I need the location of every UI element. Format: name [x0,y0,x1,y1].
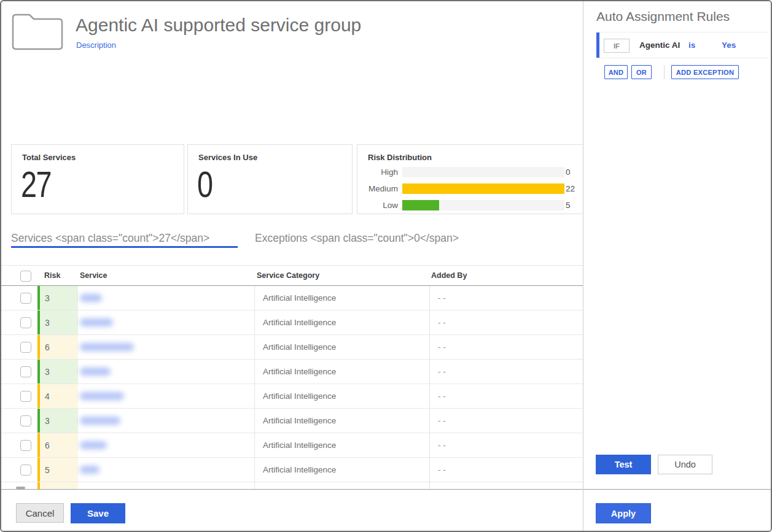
risk-score-cell: 4 [37,384,78,408]
risk-accent-bar [37,360,40,384]
page: Agentic AI supported service group Descr… [0,0,772,532]
rule-buttons-row: AND OR ADD EXCEPTION [604,65,771,79]
row-checkbox[interactable] [20,465,31,476]
risk-distribution-card: Risk Distribution High 0 Medium 22 Low 5 [357,144,583,214]
risk-accent-bar [37,433,40,457]
row-checkbox[interactable] [20,317,31,328]
added-by-cell: - - [429,286,583,310]
service-name-link-redacted[interactable] [80,343,134,351]
risk-accent-bar [37,335,40,359]
services-in-use-card: Services In Use 0 [187,144,353,214]
service-category-cell: Artificial Intelligence [254,433,429,457]
risk-score-value: 6 [45,441,50,450]
table-row: 5 Artificial Intelligence - - [1,458,583,482]
rule-buttons-divider [664,65,665,79]
main-area: Agentic AI supported service group Descr… [1,1,583,531]
services-in-use-value: 0 [197,163,212,206]
total-services-value: 27 [21,163,51,206]
save-button[interactable]: Save [71,503,125,523]
row-checkbox[interactable] [20,293,31,304]
risk-bar [402,183,564,194]
risk-score-cell: 3 [37,310,78,334]
service-name-cell [80,458,252,482]
row-checkbox[interactable] [20,366,31,377]
service-name-link-redacted[interactable] [80,417,120,425]
column-header-added-by: Added By [431,271,467,280]
service-name-link-redacted[interactable] [80,466,99,474]
rule-operator-link[interactable]: is [688,40,695,50]
risk-bar-track [402,167,564,177]
rule-if-keyword[interactable]: IF [604,39,630,53]
cancel-button[interactable]: Cancel [16,503,64,523]
risk-accent-bar [37,409,40,433]
risk-bar-value: 22 [566,184,580,193]
row-checkbox[interactable] [20,440,31,451]
risk-score-value: 5 [45,465,50,475]
rule-field-link[interactable]: Agentic AI [639,40,680,50]
risk-accent-bar [37,482,40,489]
tab-services[interactable]: Services <span class="count">27</span> [11,232,209,245]
row-checkbox[interactable] [20,391,31,402]
table-row: 4 Artificial Intelligence - - [1,384,583,409]
risk-accent-bar [37,310,40,334]
main-footer: Cancel Save [1,489,583,531]
row-checkbox[interactable] [20,415,31,426]
service-name-cell [80,360,252,384]
risk-bar-track [402,200,564,210]
panel-footer-divider [583,489,771,490]
service-name-cell [80,482,252,489]
table-header-row: Risk Service Service Category Added By [1,265,583,286]
or-button[interactable]: OR [631,65,652,79]
risk-distribution-chart: High 0 Medium 22 Low 5 [357,167,583,217]
risk-score-cell: 6 [37,335,78,359]
rule-value-link[interactable]: Yes [722,40,736,50]
description-link[interactable]: Description [76,40,116,50]
rule-condition-row: IF Agentic AI is Yes [596,32,770,58]
risk-bar-row: High 0 [357,167,583,177]
risk-bar-track [402,183,564,194]
service-name-cell [80,409,252,433]
table-row: 3 Artificial Intelligence - - [1,360,583,384]
service-category-cell: Artificial Intelligence [254,458,429,482]
risk-score-cell: 5 [37,458,78,482]
rule-accent-bar [596,33,599,58]
select-all-checkbox[interactable] [20,271,31,282]
table-row: 3 Artificial Intelligence - - [1,310,583,335]
tab-bar: Services <span class="count">27</span> E… [1,232,583,250]
table-row: 6 Artificial Intelligence - - [1,335,583,360]
service-name-link-redacted[interactable] [80,294,102,302]
risk-bar-row: Medium 22 [357,183,583,194]
service-category-cell: Artificial Intelligence [254,384,429,408]
service-name-cell [80,384,252,408]
tab-exceptions[interactable]: Exceptions <span class="count">0</span> [255,232,459,245]
risk-score-value: 3 [45,318,50,328]
risk-bar-label: Medium [357,184,398,193]
added-by-cell: - - [429,335,583,359]
apply-button[interactable]: Apply [596,503,651,523]
column-header-service: Service [80,271,107,280]
service-name-link-redacted[interactable] [80,392,124,400]
and-button[interactable]: AND [604,65,628,79]
service-name-link-redacted[interactable] [80,318,113,326]
row-checkbox[interactable] [20,342,31,353]
risk-accent-bar [37,286,40,310]
service-name-link-redacted[interactable] [80,441,107,449]
active-tab-underline [11,246,238,248]
test-button[interactable]: Test [596,455,651,474]
risk-score-cell: 3 [37,409,78,433]
service-name-link-redacted[interactable] [80,368,111,376]
undo-button[interactable]: Undo [658,455,712,474]
risk-score-cell: 6 [37,433,78,457]
risk-bar-value: 5 [566,201,580,210]
risk-bar-label: High [357,168,398,177]
column-header-risk: Risk [44,271,60,280]
risk-score-cell: 3 [37,360,78,384]
risk-accent-bar [37,384,40,408]
total-services-label: Total Services [22,153,76,162]
risk-bar [402,200,439,210]
added-by-cell: - - [429,310,583,334]
risk-accent-bar [37,458,40,482]
add-exception-button[interactable]: ADD EXCEPTION [671,65,739,79]
services-table: Risk Service Service Category Added By 3… [1,265,583,489]
service-category-cell [254,482,429,489]
